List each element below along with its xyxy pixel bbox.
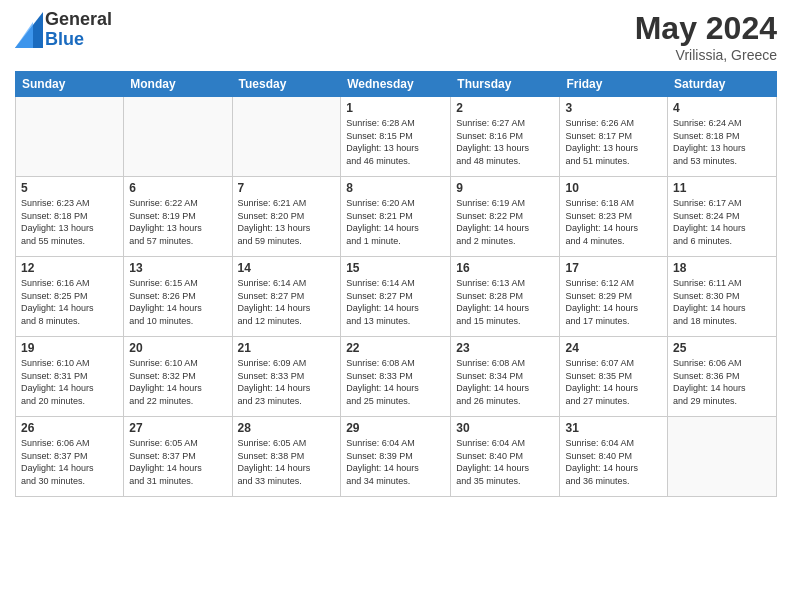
calendar-cell: 3Sunrise: 6:26 AM Sunset: 8:17 PM Daylig… (560, 97, 668, 177)
calendar-cell: 13Sunrise: 6:15 AM Sunset: 8:26 PM Dayli… (124, 257, 232, 337)
calendar-cell: 25Sunrise: 6:06 AM Sunset: 8:36 PM Dayli… (668, 337, 777, 417)
calendar-cell (668, 417, 777, 497)
calendar-cell: 14Sunrise: 6:14 AM Sunset: 8:27 PM Dayli… (232, 257, 341, 337)
col-friday: Friday (560, 72, 668, 97)
calendar-table: Sunday Monday Tuesday Wednesday Thursday… (15, 71, 777, 497)
day-number: 26 (21, 421, 118, 435)
day-number: 21 (238, 341, 336, 355)
month-title: May 2024 (635, 10, 777, 47)
day-number: 25 (673, 341, 771, 355)
day-number: 4 (673, 101, 771, 115)
calendar-cell: 26Sunrise: 6:06 AM Sunset: 8:37 PM Dayli… (16, 417, 124, 497)
day-info: Sunrise: 6:04 AM Sunset: 8:39 PM Dayligh… (346, 437, 445, 487)
svg-marker-1 (15, 22, 33, 48)
calendar-cell: 20Sunrise: 6:10 AM Sunset: 8:32 PM Dayli… (124, 337, 232, 417)
header: General Blue May 2024 Vrilissia, Greece (15, 10, 777, 63)
day-info: Sunrise: 6:12 AM Sunset: 8:29 PM Dayligh… (565, 277, 662, 327)
day-number: 17 (565, 261, 662, 275)
calendar-cell: 9Sunrise: 6:19 AM Sunset: 8:22 PM Daylig… (451, 177, 560, 257)
day-info: Sunrise: 6:05 AM Sunset: 8:37 PM Dayligh… (129, 437, 226, 487)
page: General Blue May 2024 Vrilissia, Greece … (0, 0, 792, 612)
day-info: Sunrise: 6:08 AM Sunset: 8:33 PM Dayligh… (346, 357, 445, 407)
calendar-week-row: 19Sunrise: 6:10 AM Sunset: 8:31 PM Dayli… (16, 337, 777, 417)
calendar-body: 1Sunrise: 6:28 AM Sunset: 8:15 PM Daylig… (16, 97, 777, 497)
calendar-week-row: 5Sunrise: 6:23 AM Sunset: 8:18 PM Daylig… (16, 177, 777, 257)
calendar-week-row: 1Sunrise: 6:28 AM Sunset: 8:15 PM Daylig… (16, 97, 777, 177)
day-number: 23 (456, 341, 554, 355)
day-info: Sunrise: 6:20 AM Sunset: 8:21 PM Dayligh… (346, 197, 445, 247)
title-block: May 2024 Vrilissia, Greece (635, 10, 777, 63)
logo-blue-text: Blue (45, 30, 112, 50)
day-info: Sunrise: 6:26 AM Sunset: 8:17 PM Dayligh… (565, 117, 662, 167)
day-number: 22 (346, 341, 445, 355)
calendar-cell: 17Sunrise: 6:12 AM Sunset: 8:29 PM Dayli… (560, 257, 668, 337)
calendar-cell: 7Sunrise: 6:21 AM Sunset: 8:20 PM Daylig… (232, 177, 341, 257)
day-number: 29 (346, 421, 445, 435)
day-info: Sunrise: 6:21 AM Sunset: 8:20 PM Dayligh… (238, 197, 336, 247)
day-info: Sunrise: 6:10 AM Sunset: 8:31 PM Dayligh… (21, 357, 118, 407)
day-number: 11 (673, 181, 771, 195)
calendar-cell: 24Sunrise: 6:07 AM Sunset: 8:35 PM Dayli… (560, 337, 668, 417)
day-number: 27 (129, 421, 226, 435)
day-number: 20 (129, 341, 226, 355)
day-number: 8 (346, 181, 445, 195)
day-info: Sunrise: 6:11 AM Sunset: 8:30 PM Dayligh… (673, 277, 771, 327)
calendar-cell: 4Sunrise: 6:24 AM Sunset: 8:18 PM Daylig… (668, 97, 777, 177)
calendar-cell: 18Sunrise: 6:11 AM Sunset: 8:30 PM Dayli… (668, 257, 777, 337)
day-number: 19 (21, 341, 118, 355)
day-info: Sunrise: 6:13 AM Sunset: 8:28 PM Dayligh… (456, 277, 554, 327)
day-info: Sunrise: 6:10 AM Sunset: 8:32 PM Dayligh… (129, 357, 226, 407)
calendar-cell: 5Sunrise: 6:23 AM Sunset: 8:18 PM Daylig… (16, 177, 124, 257)
calendar-cell (232, 97, 341, 177)
day-number: 9 (456, 181, 554, 195)
day-info: Sunrise: 6:06 AM Sunset: 8:36 PM Dayligh… (673, 357, 771, 407)
logo-general-text: General (45, 10, 112, 30)
calendar-cell (16, 97, 124, 177)
day-info: Sunrise: 6:17 AM Sunset: 8:24 PM Dayligh… (673, 197, 771, 247)
day-info: Sunrise: 6:09 AM Sunset: 8:33 PM Dayligh… (238, 357, 336, 407)
calendar-cell: 6Sunrise: 6:22 AM Sunset: 8:19 PM Daylig… (124, 177, 232, 257)
col-thursday: Thursday (451, 72, 560, 97)
calendar-week-row: 12Sunrise: 6:16 AM Sunset: 8:25 PM Dayli… (16, 257, 777, 337)
day-info: Sunrise: 6:14 AM Sunset: 8:27 PM Dayligh… (346, 277, 445, 327)
day-number: 2 (456, 101, 554, 115)
day-info: Sunrise: 6:08 AM Sunset: 8:34 PM Dayligh… (456, 357, 554, 407)
day-number: 18 (673, 261, 771, 275)
calendar-cell: 23Sunrise: 6:08 AM Sunset: 8:34 PM Dayli… (451, 337, 560, 417)
logo-icon (15, 12, 43, 48)
day-number: 13 (129, 261, 226, 275)
calendar-cell: 19Sunrise: 6:10 AM Sunset: 8:31 PM Dayli… (16, 337, 124, 417)
calendar-cell: 28Sunrise: 6:05 AM Sunset: 8:38 PM Dayli… (232, 417, 341, 497)
day-number: 28 (238, 421, 336, 435)
day-info: Sunrise: 6:28 AM Sunset: 8:15 PM Dayligh… (346, 117, 445, 167)
calendar-header-row: Sunday Monday Tuesday Wednesday Thursday… (16, 72, 777, 97)
day-number: 3 (565, 101, 662, 115)
calendar-cell (124, 97, 232, 177)
day-number: 31 (565, 421, 662, 435)
calendar-cell: 27Sunrise: 6:05 AM Sunset: 8:37 PM Dayli… (124, 417, 232, 497)
calendar-cell: 21Sunrise: 6:09 AM Sunset: 8:33 PM Dayli… (232, 337, 341, 417)
day-info: Sunrise: 6:14 AM Sunset: 8:27 PM Dayligh… (238, 277, 336, 327)
calendar-cell: 11Sunrise: 6:17 AM Sunset: 8:24 PM Dayli… (668, 177, 777, 257)
col-wednesday: Wednesday (341, 72, 451, 97)
day-number: 24 (565, 341, 662, 355)
day-number: 16 (456, 261, 554, 275)
day-number: 12 (21, 261, 118, 275)
calendar-cell: 31Sunrise: 6:04 AM Sunset: 8:40 PM Dayli… (560, 417, 668, 497)
day-number: 6 (129, 181, 226, 195)
calendar-cell: 29Sunrise: 6:04 AM Sunset: 8:39 PM Dayli… (341, 417, 451, 497)
calendar-week-row: 26Sunrise: 6:06 AM Sunset: 8:37 PM Dayli… (16, 417, 777, 497)
day-info: Sunrise: 6:16 AM Sunset: 8:25 PM Dayligh… (21, 277, 118, 327)
day-number: 14 (238, 261, 336, 275)
col-saturday: Saturday (668, 72, 777, 97)
day-info: Sunrise: 6:07 AM Sunset: 8:35 PM Dayligh… (565, 357, 662, 407)
day-info: Sunrise: 6:23 AM Sunset: 8:18 PM Dayligh… (21, 197, 118, 247)
day-info: Sunrise: 6:05 AM Sunset: 8:38 PM Dayligh… (238, 437, 336, 487)
logo-text: General Blue (45, 10, 112, 50)
calendar-cell: 2Sunrise: 6:27 AM Sunset: 8:16 PM Daylig… (451, 97, 560, 177)
day-number: 15 (346, 261, 445, 275)
col-monday: Monday (124, 72, 232, 97)
calendar-cell: 15Sunrise: 6:14 AM Sunset: 8:27 PM Dayli… (341, 257, 451, 337)
calendar-cell: 1Sunrise: 6:28 AM Sunset: 8:15 PM Daylig… (341, 97, 451, 177)
day-info: Sunrise: 6:04 AM Sunset: 8:40 PM Dayligh… (565, 437, 662, 487)
